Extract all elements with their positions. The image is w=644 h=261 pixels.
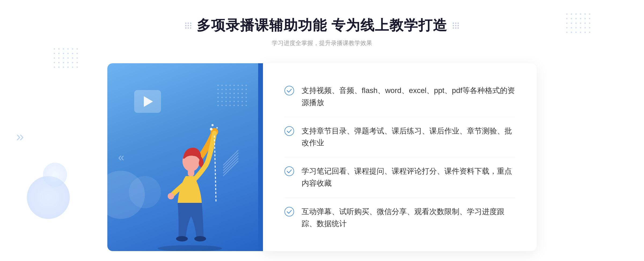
feature-item-1: 支持视频、音频、flash、word、excel、ppt、pdf等各种格式的资源…	[284, 77, 515, 117]
svg-point-8	[216, 127, 218, 129]
check-circle-icon-4	[284, 207, 294, 217]
illustration-chevron: «	[118, 152, 124, 163]
svg-point-4	[168, 193, 174, 199]
check-circle-icon-3	[284, 166, 294, 176]
header-dot-grid-left	[185, 23, 191, 29]
dot-grid-right	[566, 13, 590, 36]
svg-point-10	[285, 86, 294, 95]
feature-text-2: 支持章节目录、弹题考试、课后练习、课后作业、章节测验、批改作业	[302, 125, 515, 149]
svg-point-0	[158, 245, 222, 251]
chevron-left-decoration: »	[16, 128, 24, 144]
page-container: » 多项录播课辅助功能 专为线上教学打造 学习进度全掌握，提升录播课教学效果	[0, 0, 644, 261]
feature-item-3: 学习笔记回看、课程提问、课程评论打分、课件资料下载，重点内容收藏	[284, 157, 515, 198]
header-decoration: 多项录播课辅助功能 专为线上教学打造	[185, 16, 459, 35]
accent-bar	[258, 63, 263, 251]
check-circle-icon-2	[284, 126, 294, 136]
feature-text-1: 支持视频、音频、flash、word、excel、ppt、pdf等各种格式的资源…	[302, 85, 515, 109]
feature-text-3: 学习笔记回看、课程提问、课程评论打分、课件资料下载，重点内容收藏	[302, 165, 515, 189]
check-circle-icon-1	[284, 86, 294, 95]
svg-point-9	[211, 124, 214, 126]
feature-item-2: 支持章节目录、弹题考试、课后练习、课后作业、章节测验、批改作业	[284, 117, 515, 158]
illustration-panel: «	[107, 63, 263, 251]
page-title: 多项录播课辅助功能 专为线上教学打造	[197, 16, 447, 35]
main-content: « 支持视频、音频、flash、word、excel、ppt、pdf等各种格式的…	[107, 63, 537, 251]
header-dot-grid-right	[453, 23, 459, 29]
page-subtitle: 学习进度全掌握，提升录播课教学效果	[185, 39, 459, 47]
svg-point-11	[285, 126, 294, 136]
bg-circle-bottom-left2	[43, 163, 67, 187]
dot-grid-left	[54, 48, 78, 71]
play-button-decoration	[134, 90, 161, 113]
play-triangle-icon	[144, 96, 153, 107]
feature-text-4: 互动弹幕、试听购买、微信分享、观看次数限制、学习进度跟踪、数据统计	[302, 206, 515, 230]
header-section: 多项录播课辅助功能 专为线上教学打造 学习进度全掌握，提升录播课教学效果	[185, 16, 459, 47]
figure-illustration	[144, 112, 235, 251]
svg-point-12	[285, 167, 294, 176]
svg-point-13	[285, 207, 294, 216]
svg-point-5	[176, 236, 188, 241]
svg-point-6	[194, 236, 206, 241]
feature-item-4: 互动弹幕、试听购买、微信分享、观看次数限制、学习进度跟踪、数据统计	[284, 198, 515, 238]
features-panel: 支持视频、音频、flash、word、excel、ppt、pdf等各种格式的资源…	[263, 63, 537, 251]
illustration-dot-pattern	[217, 85, 247, 106]
svg-point-7	[210, 128, 213, 130]
